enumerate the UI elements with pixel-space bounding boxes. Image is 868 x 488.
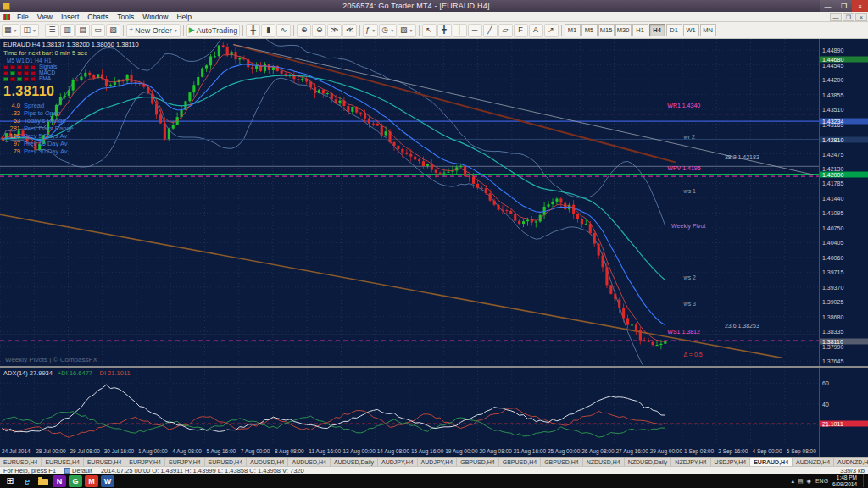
- mdi-close-button[interactable]: ×: [855, 13, 867, 21]
- menu-help[interactable]: Help: [172, 13, 195, 21]
- timeframe-h1[interactable]: H1: [632, 24, 648, 36]
- window-close-button[interactable]: ×: [852, 0, 868, 12]
- terminal-button[interactable]: ▭: [91, 24, 105, 37]
- clock[interactable]: 1:48 PM 6/09/2014: [832, 474, 857, 487]
- price-axis-label: 1.39370: [822, 284, 843, 290]
- axis-corner: [819, 446, 868, 458]
- timeframe-mn[interactable]: MN: [700, 24, 716, 36]
- price-axis-label: 1.38680: [822, 313, 843, 319]
- timeframe-m15[interactable]: M15: [598, 24, 615, 36]
- language-indicator[interactable]: ENG: [815, 478, 828, 484]
- chart-tab[interactable]: AUDUSD,H4: [288, 458, 330, 466]
- chart-tab[interactable]: AUDNZD,H4: [793, 458, 834, 466]
- timeframe-h4[interactable]: H4: [649, 24, 665, 36]
- chart-tab[interactable]: AUDUSD,Daily: [331, 458, 378, 466]
- trendline: [233, 45, 676, 163]
- candles-icon: ▮: [266, 26, 270, 34]
- arrows-button[interactable]: ↗: [544, 24, 559, 37]
- chart-tab-active[interactable]: EURAUD,H4: [750, 458, 793, 466]
- toolbar-separator: [42, 25, 42, 36]
- window-minimize-button[interactable]: —: [820, 0, 836, 12]
- chart-tab[interactable]: EURJPY,H4: [165, 458, 205, 466]
- menu-view[interactable]: View: [33, 13, 57, 21]
- vline-button[interactable]: │: [453, 24, 467, 37]
- profiles-button[interactable]: ◫▼: [20, 24, 38, 37]
- zoom-out-button[interactable]: ⊖: [312, 24, 326, 37]
- line-chart-button[interactable]: ∿: [276, 24, 291, 37]
- menu-tools[interactable]: Tools: [113, 13, 138, 21]
- mdi-minimize-button[interactable]: —: [830, 13, 842, 21]
- menu-insert[interactable]: Insert: [57, 13, 83, 21]
- chart-tab[interactable]: GBPUSD,H4: [499, 458, 541, 466]
- text-button[interactable]: A: [529, 24, 543, 37]
- taskbar-ie-icon[interactable]: e: [20, 475, 34, 487]
- timeframe-m1[interactable]: M1: [565, 24, 581, 36]
- chart-shift-button[interactable]: ≪: [342, 24, 357, 37]
- chart-tab[interactable]: GBPUSD,H4: [541, 458, 582, 466]
- candles-button[interactable]: ▮: [261, 24, 275, 37]
- taskbar-gotrader-icon[interactable]: G: [69, 475, 82, 487]
- data-window-button[interactable]: ▥: [60, 24, 75, 37]
- taskbar-mt4-icon[interactable]: M: [85, 475, 98, 487]
- taskbar-word-icon[interactable]: W: [101, 475, 114, 487]
- menu-charts[interactable]: Charts: [83, 13, 113, 21]
- chart-tab[interactable]: AUDJPY,H4: [418, 458, 458, 466]
- window-restore-button[interactable]: ❐: [836, 0, 852, 12]
- adx-indicator-pane[interactable]: ADX(14) 27.9934 +DI 16.6477 -DI 21.1011: [0, 368, 819, 446]
- tray-icon-2[interactable]: ◈: [807, 478, 811, 485]
- autotrading-button[interactable]: ▶AutoTrading: [186, 24, 241, 37]
- chart-tab[interactable]: AUDUSD,H4: [247, 458, 288, 466]
- periods-button[interactable]: ◷▼: [379, 24, 397, 37]
- trendline-button[interactable]: ╱: [483, 24, 498, 37]
- taskbar-explorer-icon[interactable]: [36, 475, 50, 487]
- show-desktop-button[interactable]: [863, 474, 865, 487]
- auto-scroll-button[interactable]: ≫: [327, 24, 342, 37]
- tray-icon-1[interactable]: ▤: [798, 478, 804, 485]
- chart-tab[interactable]: AUDJPY,H4: [378, 458, 418, 466]
- chart-tab[interactable]: NZDUSD,Daily: [625, 458, 672, 466]
- price-chart-pane[interactable]: EURAUD,H4 1.38137 1.38200 1.38060 1.3811…: [0, 39, 819, 366]
- bars-button[interactable]: ╫: [246, 24, 260, 37]
- chart-shift-icon: ≪: [346, 26, 353, 34]
- new-chart-button[interactable]: ▦▼: [2, 24, 19, 37]
- start-button[interactable]: ⊞: [3, 474, 18, 487]
- timeframe-m30[interactable]: M30: [615, 24, 632, 36]
- mdi-restore-button[interactable]: ❐: [843, 13, 854, 21]
- chart-tab[interactable]: NZDUSD,H4: [583, 458, 625, 466]
- chart-tab[interactable]: EURUSD,H4: [205, 458, 247, 466]
- menu-window[interactable]: Window: [138, 13, 172, 21]
- time-axis-label: 29 Jul 08:00: [70, 448, 100, 454]
- navigator-button[interactable]: ▤: [75, 24, 90, 37]
- chart-tab[interactable]: EURUSD,H4: [0, 458, 42, 466]
- hline-button[interactable]: ─: [468, 24, 482, 37]
- chart-tab[interactable]: EURJPY,H4: [125, 458, 165, 466]
- indicators-button[interactable]: ƒ▼: [363, 24, 378, 37]
- new-order-button[interactable]: +New Order▼: [126, 24, 181, 37]
- signal-cell: [24, 77, 29, 81]
- adx-chart-canvas[interactable]: [0, 368, 819, 446]
- menu-file[interactable]: File: [13, 13, 33, 21]
- chart-tab[interactable]: AUDNZD,H4: [834, 458, 868, 466]
- cursor-button[interactable]: ↖: [422, 24, 437, 37]
- price-axis-label: 1.44200: [822, 77, 843, 83]
- market-watch-button[interactable]: ☰: [45, 24, 59, 37]
- chart-tab[interactable]: NZDJPY,H4: [671, 458, 710, 466]
- templates-button[interactable]: ▨▼: [398, 24, 415, 37]
- caret-down-icon: ▼: [409, 28, 414, 33]
- zoom-in-button[interactable]: ⊕: [297, 24, 311, 37]
- time-axis[interactable]: 24 Jul 201428 Jul 00:0029 Jul 08:0030 Ju…: [0, 446, 819, 458]
- timeframe-w1[interactable]: W1: [683, 24, 699, 36]
- channel-button[interactable]: ▱: [498, 24, 513, 37]
- strategy-tester-button[interactable]: ▧: [106, 24, 120, 37]
- chart-tab[interactable]: EURUSD,H4: [84, 458, 125, 466]
- timeframe-d1[interactable]: D1: [666, 24, 682, 36]
- chart-tab[interactable]: GBPUSD,H4: [457, 458, 498, 466]
- crosshair-button[interactable]: ╋: [437, 24, 452, 37]
- tray-icon-0[interactable]: ▴: [791, 478, 794, 485]
- price-axis[interactable]: 1.448901.445451.442001.438551.435101.431…: [819, 39, 868, 366]
- timeframe-m5[interactable]: M5: [581, 24, 598, 36]
- taskbar-onenote-icon[interactable]: N: [53, 475, 66, 487]
- chart-tab[interactable]: EURUSD,H4: [42, 458, 83, 466]
- chart-tab[interactable]: USDJPY,H4: [711, 458, 751, 466]
- fibonacci-button[interactable]: F: [514, 24, 528, 37]
